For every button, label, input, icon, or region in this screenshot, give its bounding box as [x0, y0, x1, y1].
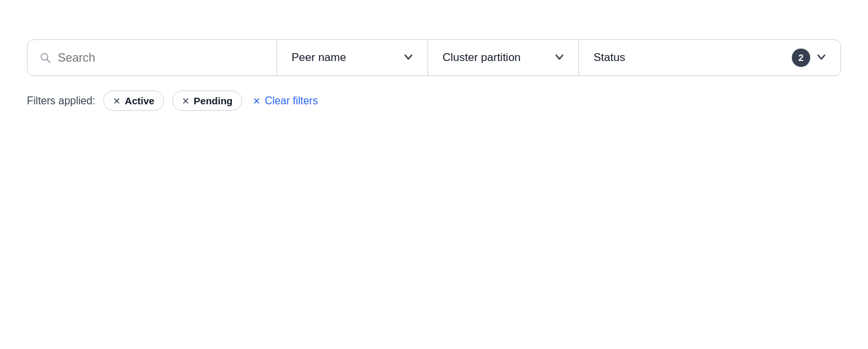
chip-pending-label: Pending — [194, 95, 232, 106]
search-input[interactable] — [58, 51, 265, 65]
chip-close-active-icon[interactable]: ✕ — [113, 96, 121, 106]
clear-filters-button[interactable]: ✕ Clear filters — [250, 91, 320, 111]
clear-filters-label: Clear filters — [265, 95, 318, 107]
cluster-partition-dropdown[interactable]: Cluster partition — [428, 40, 579, 75]
chip-close-pending-icon[interactable]: ✕ — [182, 96, 190, 106]
filters-applied-label: Filters applied: — [27, 95, 95, 107]
filter-chip-active[interactable]: ✕ Active — [103, 91, 164, 111]
peer-name-dropdown[interactable]: Peer name — [277, 40, 428, 75]
cluster-partition-chevron-icon — [555, 52, 564, 64]
clear-filters-icon: ✕ — [253, 96, 261, 106]
status-dropdown[interactable]: Status 2 Failing 4 Active — [579, 40, 840, 75]
peer-name-chevron-icon — [404, 52, 413, 64]
filter-chip-pending[interactable]: ✕ Pending — [172, 91, 242, 111]
filters-row: Filters applied: ✕ Active ✕ Pending ✕ Cl… — [27, 91, 841, 111]
svg-line-1 — [47, 59, 50, 62]
status-count-badge: 2 — [792, 49, 810, 67]
filter-bar: Peer name Cluster partition Status 2 — [27, 39, 841, 76]
chip-active-label: Active — [125, 95, 154, 106]
search-section[interactable] — [28, 40, 277, 75]
cluster-partition-label: Cluster partition — [443, 51, 548, 64]
status-label: Status — [594, 51, 785, 64]
status-chevron-icon — [817, 52, 826, 64]
peer-name-label: Peer name — [292, 51, 397, 64]
search-icon — [39, 52, 51, 64]
main-container: Peer name Cluster partition Status 2 — [27, 39, 841, 111]
